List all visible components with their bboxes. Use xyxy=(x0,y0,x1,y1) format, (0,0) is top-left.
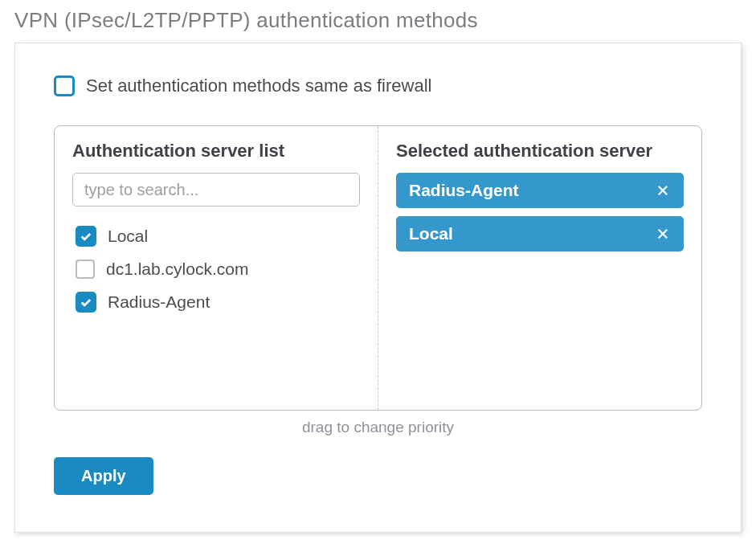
apply-button[interactable]: Apply xyxy=(54,457,153,495)
selected-servers-header: Selected authentication server xyxy=(396,141,684,162)
checkbox-icon[interactable] xyxy=(76,226,96,247)
selected-server-radius-agent[interactable]: Radius-Agent xyxy=(396,173,684,208)
server-item-label: dc1.lab.cylock.com xyxy=(106,260,248,279)
settings-panel: Set authentication methods same as firew… xyxy=(14,43,742,533)
available-servers-header: Authentication server list xyxy=(72,141,360,162)
drag-priority-hint: drag to change priority xyxy=(54,419,702,436)
checkbox-icon[interactable] xyxy=(76,292,96,313)
selected-server-local[interactable]: Local xyxy=(396,216,684,251)
close-icon xyxy=(656,184,669,197)
page-title: VPN (IPsec/L2TP/PPTP) authentication met… xyxy=(0,0,756,43)
server-search-input[interactable] xyxy=(72,173,360,206)
server-lists-container: Authentication server list Local dc1.lab… xyxy=(54,125,702,411)
selected-server-label: Local xyxy=(409,224,453,243)
same-as-firewall-row: Set authentication methods same as firew… xyxy=(54,76,702,96)
server-item-local[interactable]: Local xyxy=(72,219,360,253)
selected-servers-column: Selected authentication server Radius-Ag… xyxy=(378,126,701,410)
remove-server-button[interactable] xyxy=(655,226,671,242)
server-item-dc1[interactable]: dc1.lab.cylock.com xyxy=(72,253,360,285)
available-servers-column: Authentication server list Local dc1.lab… xyxy=(55,126,378,410)
checkbox-icon[interactable] xyxy=(76,260,95,279)
selected-server-label: Radius-Agent xyxy=(409,181,519,200)
same-as-firewall-label: Set authentication methods same as firew… xyxy=(86,76,431,96)
server-item-label: Local xyxy=(108,227,148,246)
remove-server-button[interactable] xyxy=(655,182,671,198)
server-item-radius-agent[interactable]: Radius-Agent xyxy=(72,285,360,319)
panel-content: Set authentication methods same as firew… xyxy=(15,43,741,495)
close-icon xyxy=(656,227,669,240)
same-as-firewall-checkbox[interactable] xyxy=(54,76,75,96)
server-item-label: Radius-Agent xyxy=(108,292,210,312)
